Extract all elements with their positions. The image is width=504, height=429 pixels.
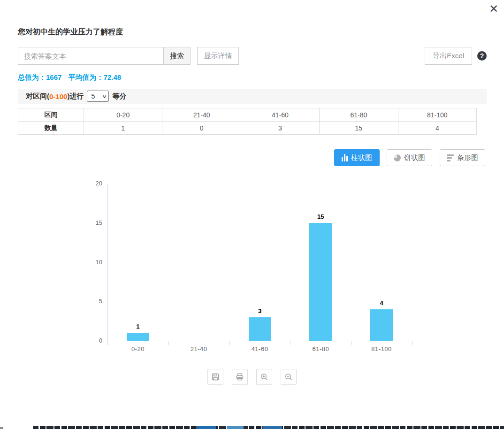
zoom-out-icon [284,372,293,382]
clipped-text-fragment [227,426,244,429]
bar-chart: 0510152010-2021-40341-601561-80481-100 [0,176,504,362]
interval-cell: 81-100 [398,108,476,122]
pie-button-label: 饼状图 [404,153,425,162]
interval-cell: 0-20 [84,108,162,122]
print-icon [235,372,244,382]
interval-cell: 41-60 [241,108,319,122]
count-cell: 4 [398,122,476,135]
x-axis-category-label: 21-40 [176,345,222,352]
y-axis-tick-label: 10 [80,259,102,266]
save-icon [211,372,220,382]
y-axis-tick-label: 5 [80,298,102,305]
bar-value-label: 1 [124,323,152,330]
question-stats-modal: ✕ 您对初中生的学业压力了解程度 搜索 显示详情 导出Excel ? 总值为：1… [0,0,504,429]
interval-range: 0-100 [49,92,67,100]
x-axis-category-label: 0-20 [115,345,161,352]
x-axis-tick [412,341,412,345]
horizontal-bar-chart-icon [447,154,454,161]
search-input[interactable] [18,47,163,65]
zoom-out-button[interactable] [281,369,297,385]
x-axis-category-label: 41-60 [237,345,283,352]
row-header-interval: 区间 [18,108,84,122]
bar-41-60 [249,317,271,341]
export-excel-button[interactable]: 导出Excel [425,47,472,65]
search-button[interactable]: 搜索 [163,47,191,65]
hbar-button-label: 条形图 [457,153,478,162]
zoom-in-button[interactable] [256,369,272,385]
x-axis-tick [351,341,351,345]
interval-middle: )进行 [67,92,84,101]
clipped-text-fragment [197,426,216,429]
bar-0-20 [127,333,149,341]
save-chart-button[interactable] [207,369,223,385]
count-cell: 0 [162,122,241,135]
question-title: 您对初中生的学业压力了解程度 [18,27,123,37]
bar-value-label: 4 [367,299,396,306]
y-axis-tick-label: 15 [80,219,102,226]
x-axis-category-label: 61-80 [297,345,344,352]
table-row-intervals: 区间 0-20 21-40 41-60 61-80 81-100 [18,108,477,122]
y-axis-line [107,184,108,341]
clipped-text-fragment [0,427,3,429]
bar-81-100 [370,309,393,341]
chart-type-bar-button[interactable]: 柱状图 [334,149,380,166]
interval-prefix: 对区间( [26,92,49,101]
count-cell: 3 [241,122,319,135]
bar-button-label: 柱状图 [351,153,372,162]
close-icon[interactable]: ✕ [489,2,498,16]
x-axis-category-label: 81-100 [358,345,405,352]
pie-chart-icon [394,154,401,161]
bar-value-label: 3 [246,307,274,314]
row-header-count: 数量 [18,122,84,135]
x-axis-tick [168,341,169,345]
x-axis-line [107,341,412,341]
chevron-down-icon: ∨ [102,94,107,99]
print-chart-button[interactable] [232,369,248,385]
clipped-underlying-content [0,425,504,429]
average-value: 72.48 [104,73,122,81]
interval-cell: 21-40 [162,108,241,122]
segments-select[interactable]: 5 ∨ [87,91,109,102]
chart-type-pie-button[interactable]: 饼状图 [387,149,432,166]
show-detail-button[interactable]: 显示详情 [197,47,239,65]
interval-cell: 61-80 [320,108,398,122]
count-cell: 15 [320,122,398,135]
total-label: 总值为： [18,73,46,81]
summary-stats: 总值为：1667 平均值为：72.48 [18,73,121,82]
frequency-table: 区间 0-20 21-40 41-60 61-80 81-100 数量 1 0 … [18,108,477,135]
column-chart-icon [342,154,348,161]
chart-type-hbar-button[interactable]: 条形图 [440,149,485,166]
average-label: 平均值为： [69,73,104,81]
count-cell: 1 [84,122,162,135]
interval-suffix: 等分 [112,92,126,101]
table-row-counts: 数量 1 0 3 15 4 [18,122,477,135]
clipped-text-fragment [263,426,282,429]
total-value: 1667 [46,73,61,81]
y-axis-tick-label: 20 [80,180,102,187]
bar-value-label: 15 [306,213,335,220]
x-axis-tick [107,341,108,345]
interval-config-bar: 对区间(0-100)进行 5 ∨ 等分 [18,89,487,104]
x-axis-tick [229,341,230,345]
x-axis-tick [290,341,290,345]
bar-61-80 [309,223,332,341]
zoom-in-icon [260,372,269,382]
segments-select-value: 5 [91,92,95,100]
help-icon[interactable]: ? [477,51,487,61]
y-axis-tick-label: 0 [80,337,102,344]
chart-toolbar [0,369,504,385]
